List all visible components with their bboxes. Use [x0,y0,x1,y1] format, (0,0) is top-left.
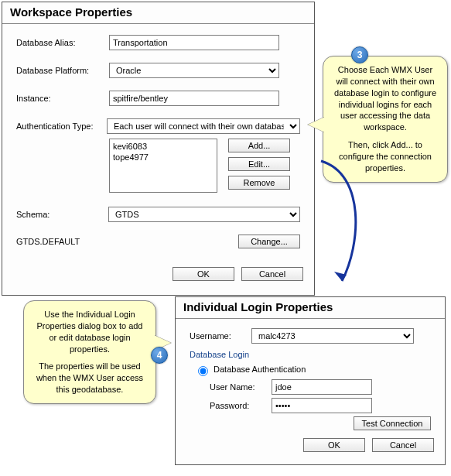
callout-text: Use the Individual Login Properties dial… [33,309,146,354]
step-badge-4: 4 [151,347,168,364]
label-password: Password: [210,401,272,410]
callout-text: The properties will be used when the WMX… [33,361,146,396]
database-alias-input[interactable] [109,35,279,50]
individual-title: Individual Login Properties [176,297,445,319]
list-item[interactable]: kevi6083 [113,141,214,152]
callout-text: Choose Each WMX User will connect with t… [333,64,438,133]
individual-cancel-button[interactable]: Cancel [372,438,434,452]
workspace-title: Workspace Properties [2,2,314,24]
gtds-default-label: GTDS.DEFAULT [16,237,238,246]
step-badge-3: 3 [351,46,368,63]
list-item[interactable]: tope4977 [113,152,214,163]
db-auth-radio-label[interactable]: Database Authentication [194,365,306,374]
edit-button[interactable]: Edit... [228,157,290,171]
callout-text: Then, click Add... to configure the conn… [333,139,438,174]
individual-ok-button[interactable]: OK [303,438,365,452]
schema-select[interactable]: GTDS [108,207,300,222]
db-auth-radio[interactable] [198,366,208,376]
workspace-cancel-button[interactable]: Cancel [241,267,303,281]
database-platform-select[interactable]: Oracle [109,63,279,78]
remove-button[interactable]: Remove [228,176,290,190]
help-callout-4: Use the Individual Login Properties dial… [23,300,156,404]
label-auth-type: Authentication Type: [16,122,107,131]
username-select[interactable]: malc4273 [251,328,414,344]
test-connection-button[interactable]: Test Connection [354,416,431,430]
change-button[interactable]: Change... [238,235,300,248]
user-listbox[interactable]: kevi6083 tope4977 [109,139,217,193]
label-database-alias: Database Alias: [16,38,109,47]
instance-input[interactable] [109,91,279,106]
user-name-input[interactable] [272,379,372,395]
label-instance: Instance: [16,94,109,103]
group-db-login-label: Database Login [190,350,431,359]
auth-type-select[interactable]: Each user will connect with their own da… [107,118,300,134]
add-button[interactable]: Add... [228,139,290,152]
label-username: Username: [190,331,251,341]
label-database-platform: Database Platform: [16,66,109,75]
workspace-properties-dialog: Workspace Properties Database Alias: Dat… [2,2,315,296]
individual-login-dialog: Individual Login Properties Username: ma… [175,296,446,465]
workspace-ok-button[interactable]: OK [173,267,234,281]
password-input[interactable] [272,398,372,413]
label-user-name: User Name: [210,382,272,392]
help-callout-3: Choose Each WMX User will connect with t… [323,56,448,183]
label-schema: Schema: [16,210,108,219]
